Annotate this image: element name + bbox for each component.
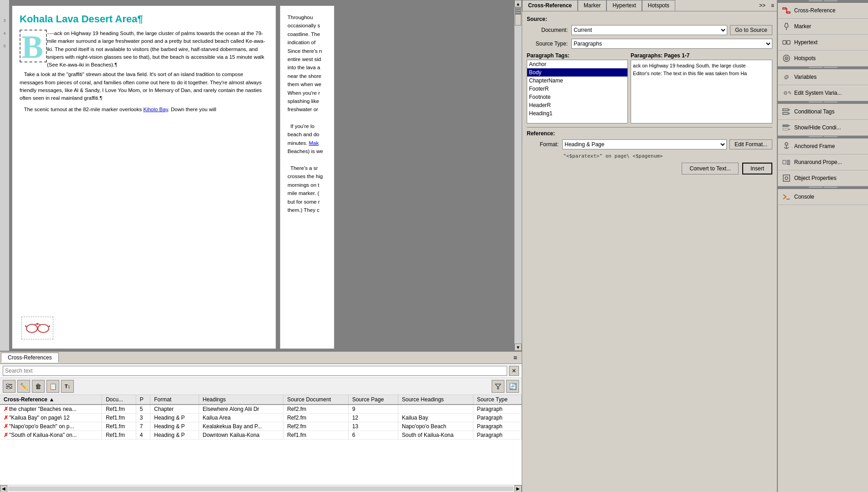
xref-table-container: Cross-Reference ▲ Docu... P Format Headi… — [0, 395, 522, 485]
table-row[interactable]: ✗"South of Kailua-Kona" on... Ref1.fm 4 … — [0, 431, 522, 440]
toolbar-refresh-btn[interactable]: 🔄 — [506, 380, 519, 393]
edit-format-button[interactable]: Edit Format... — [729, 139, 772, 149]
paragraph-1: ~~~ack on Highway 19 heading South, the … — [47, 30, 268, 69]
sidebar-label-console: Console — [794, 194, 814, 200]
bottom-tab-cross-references[interactable]: Cross-References — [1, 353, 59, 363]
tag-chaptername[interactable]: ChapterName — [527, 77, 627, 85]
paragraph-tags-list[interactable]: Anchor Body ChapterName FooterR Footnote… — [527, 60, 628, 123]
right-column-text: Throughouoccasionally scoastline. Theind… — [288, 13, 327, 214]
tag-footerr[interactable]: FooterR — [527, 85, 627, 93]
col-headings[interactable]: Headings — [199, 395, 283, 405]
scroll-thumb[interactable] — [515, 7, 521, 26]
toolbar-format-btn[interactable]: T↕ — [61, 380, 74, 393]
marker-icon — [781, 21, 791, 31]
bottom-panel-close[interactable]: ≡ — [510, 354, 521, 361]
table-row[interactable]: ✗"Kailua Bay" on page\ 12 Ref1.fm 3 Head… — [0, 414, 522, 422]
svg-rect-23 — [783, 109, 788, 111]
svg-rect-38 — [783, 175, 790, 181]
settings-icon — [5, 383, 13, 390]
bottom-toolbar: ✏️ 🗑 📋 T↕ 🔄 — [0, 378, 522, 395]
sidebar-item-edit-system-vars[interactable]: ⚙✎ Edit System Varia... — [778, 85, 868, 101]
tab-marker[interactable]: Marker — [578, 0, 606, 11]
paragraphs-pages-content[interactable]: ack on Highway 19 heading South, the lar… — [631, 60, 772, 123]
col-format[interactable]: Format — [150, 395, 199, 405]
tab-hypertext[interactable]: Hypertext — [606, 0, 642, 11]
expand-icon[interactable]: >> — [756, 2, 768, 9]
sidebar-item-conditional-tags[interactable]: Conditional Tags — [778, 104, 868, 120]
scroll-track[interactable] — [8, 487, 514, 491]
sidebar-item-runaround-props[interactable]: Runaround Prope... — [778, 154, 868, 170]
paragraphs-pages-label: Paragraphs: Pages 1-7 — [631, 52, 772, 59]
sidebar-item-console[interactable]: Console — [778, 189, 868, 205]
tab-hotspots[interactable]: Hotspots — [642, 0, 675, 11]
kiholo-link[interactable]: Kiholo Bay — [143, 107, 168, 112]
toolbar-delete-btn[interactable]: 🗑 — [32, 380, 45, 393]
table-row[interactable]: ✗the chapter "Beaches nea... Ref1.fm 5 C… — [0, 405, 522, 414]
runaround-icon — [781, 157, 791, 167]
sidebar-label-show-hide-cond: Show/Hide Condi... — [794, 124, 841, 131]
tab-cross-reference[interactable]: Cross-Reference — [522, 0, 578, 11]
goto-source-button[interactable]: Go to Source — [730, 25, 772, 35]
source-type-select[interactable]: Paragraphs — [571, 39, 772, 49]
svg-point-5 — [36, 323, 38, 325]
tag-footnote[interactable]: Footnote — [527, 93, 627, 101]
cell-source-headings — [398, 405, 473, 414]
col-source-doc[interactable]: Source Document — [283, 395, 349, 405]
toolbar-settings-btn[interactable] — [3, 380, 15, 393]
menu-icon[interactable]: ≡ — [768, 2, 777, 9]
image-placeholder — [21, 317, 53, 339]
sidebar-item-anchored-frame[interactable]: Anchored Frame — [778, 138, 868, 154]
formula-display: "<$paratext>" on page\ <$pagenum> — [563, 153, 768, 159]
tag-body[interactable]: Body — [527, 68, 627, 77]
toolbar-copy-btn[interactable]: 📋 — [46, 380, 59, 393]
sidebar-item-hypertext[interactable]: Hypertext — [778, 35, 868, 51]
source-type-label: Source Type: — [527, 41, 568, 47]
toolbar-edit-btn[interactable]: ✏️ — [17, 380, 30, 393]
tag-headerr[interactable]: HeaderR — [527, 101, 627, 109]
cell-headings: Kealakekua Bay and P... — [199, 422, 283, 431]
col-doc[interactable]: Docu... — [102, 395, 136, 405]
cell-xref: ✗"Napo'opo'o Beach" on p... — [0, 422, 102, 431]
search-clear-button[interactable]: ✕ — [509, 366, 519, 376]
mak-link[interactable]: Mak — [309, 140, 319, 146]
cell-source-type: Paragraph — [473, 414, 521, 422]
sidebar-item-object-properties[interactable]: Object Properties — [778, 170, 868, 186]
bottom-horizontal-scrollbar[interactable]: ◀ ▶ — [0, 485, 522, 492]
scroll-track-vertical[interactable] — [514, 7, 522, 343]
col-p[interactable]: P — [136, 395, 150, 405]
scroll-down-btn[interactable]: ▼ — [514, 343, 522, 351]
insert-button[interactable]: Insert — [742, 163, 772, 174]
col-source-headings[interactable]: Source Headings — [398, 395, 473, 405]
tag-heading1[interactable]: Heading1 — [527, 109, 627, 118]
scroll-right-btn[interactable]: ▶ — [514, 485, 522, 492]
convert-to-text-button[interactable]: Convert to Text... — [682, 163, 739, 174]
table-row[interactable]: ✗"Napo'opo'o Beach" on p... Ref1.fm 7 He… — [0, 422, 522, 431]
sidebar-item-marker[interactable]: Marker — [778, 19, 868, 35]
dialog-tab-extras: >> ≡ — [756, 0, 777, 11]
document-select[interactable]: Current — [571, 25, 727, 35]
toolbar-filter-btn[interactable] — [492, 380, 504, 393]
cell-format: Heading & P — [150, 431, 199, 440]
sidebar-label-hotspots: Hotspots — [794, 55, 816, 62]
app-container: 3 4 5 Kohala Lava Desert Area¶ B ~~~ack … — [0, 0, 868, 492]
doc-vertical-scrollbar[interactable]: ▲ ▼ — [514, 0, 522, 351]
col-source-page[interactable]: Source Page — [348, 395, 398, 405]
dialog-tabs: Cross-Reference Marker Hypertext Hotspot… — [522, 0, 777, 11]
drop-cap-letter: B — [21, 34, 43, 61]
col-source-type[interactable]: Source Type — [473, 395, 521, 405]
sidebar-item-variables[interactable]: ⚙ Variables — [778, 69, 868, 85]
col-xref[interactable]: Cross-Reference ▲ — [0, 395, 102, 405]
svg-point-1 — [38, 324, 49, 333]
sidebar-label-object-properties: Object Properties — [794, 175, 837, 181]
scroll-up-btn[interactable]: ▲ — [514, 0, 522, 7]
cond-tags-icon — [781, 107, 791, 117]
scroll-left-btn[interactable]: ◀ — [0, 485, 7, 492]
tag-anchor[interactable]: Anchor — [527, 60, 627, 68]
sidebar-item-cross-reference[interactable]: Cross-Reference — [778, 3, 868, 19]
search-input[interactable] — [3, 366, 507, 376]
sidebar-item-hotspots[interactable]: Hotspots — [778, 51, 868, 67]
ruler-mark-3: 3 — [3, 18, 5, 23]
sidebar-item-show-hide-cond[interactable]: Show/Hide Condi... — [778, 120, 868, 136]
format-select[interactable]: Heading & Page — [562, 139, 727, 149]
sidebar-label-anchored-frame: Anchored Frame — [794, 143, 835, 149]
